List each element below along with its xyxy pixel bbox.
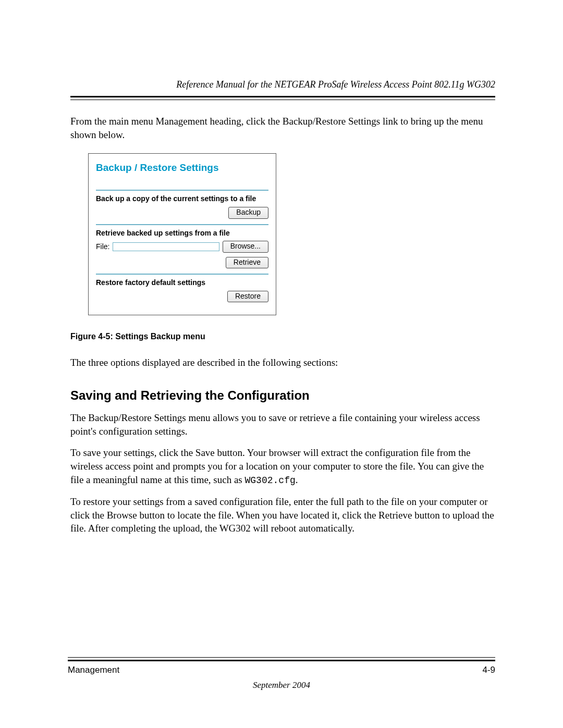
body-paragraph-2: To save your settings, click the Save bu… — [70, 446, 495, 487]
header-rule-thin — [70, 100, 495, 100]
section-divider — [96, 190, 268, 191]
footer-section: Management — [68, 664, 119, 676]
section-heading: Saving and Retrieving the Configuration — [70, 387, 495, 404]
post-figure-paragraph: The three options displayed are describe… — [70, 356, 495, 369]
footer-date: September 2004 — [68, 680, 495, 692]
file-label: File: — [96, 242, 109, 252]
footer-page-number: 4-9 — [482, 664, 495, 676]
footer-rule-thick — [68, 660, 495, 661]
file-path-input[interactable] — [113, 242, 219, 251]
browse-button[interactable]: Browse... — [223, 241, 268, 252]
restore-button[interactable]: Restore — [227, 291, 268, 302]
intro-paragraph: From the main menu Management heading, c… — [70, 115, 495, 141]
retrieve-heading: Retrieve backed up settings from a file — [96, 228, 268, 238]
filename-code: WG302.cfg — [245, 475, 296, 486]
panel-title: Backup / Restore Settings — [96, 161, 268, 175]
running-header: Reference Manual for the NETGEAR ProSafe… — [70, 78, 495, 91]
settings-screenshot-panel: Backup / Restore Settings Back up a copy… — [88, 153, 276, 316]
section-divider — [96, 224, 268, 225]
retrieve-button[interactable]: Retrieve — [226, 257, 268, 268]
footer-rule-thin — [68, 657, 495, 658]
body-paragraph-3: To restore your settings from a saved co… — [70, 495, 495, 535]
figure-caption: Figure 4-5: Settings Backup menu — [70, 331, 495, 342]
restore-heading: Restore factory default settings — [96, 278, 268, 288]
body-paragraph-1: The Backup/Restore Settings menu allows … — [70, 411, 495, 438]
header-rule-thick — [70, 96, 495, 97]
section-divider — [96, 274, 268, 275]
para2-post: . — [296, 474, 298, 485]
backup-button[interactable]: Backup — [228, 207, 268, 218]
backup-heading: Back up a copy of the current settings t… — [96, 194, 268, 204]
